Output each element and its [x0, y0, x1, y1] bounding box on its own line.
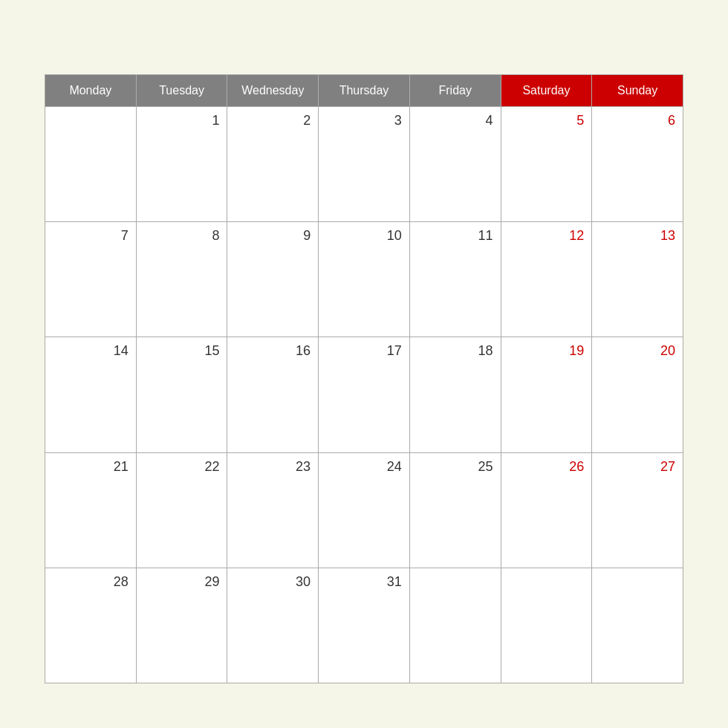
- day-cell: 8: [137, 222, 228, 337]
- day-cell: 23: [227, 453, 319, 568]
- day-number: 25: [478, 459, 493, 475]
- day-cell: 25: [410, 453, 501, 568]
- day-header-saturday: Saturday: [501, 75, 593, 107]
- day-cell: 15: [137, 337, 228, 452]
- day-number: 19: [569, 343, 584, 359]
- day-header-monday: Monday: [45, 75, 137, 107]
- day-number: 24: [387, 459, 402, 475]
- day-cell: 20: [592, 337, 683, 452]
- day-cell: 17: [319, 337, 410, 452]
- week-row-2: 78910111213: [45, 222, 683, 337]
- day-header-thursday: Thursday: [319, 75, 410, 107]
- week-row-4: 21222324252627: [45, 453, 683, 568]
- day-number: 1: [212, 113, 219, 129]
- day-cell: 5: [501, 107, 593, 222]
- day-cell: 1: [137, 107, 228, 222]
- day-number: 21: [114, 459, 129, 475]
- day-number: 29: [204, 574, 219, 590]
- day-number: 5: [576, 113, 584, 129]
- day-cell: 19: [501, 337, 593, 452]
- day-number: 7: [121, 228, 129, 244]
- day-cell: 10: [319, 222, 410, 337]
- day-cell: 30: [227, 568, 319, 683]
- day-cell: 12: [501, 222, 593, 337]
- day-cell: 6: [592, 107, 683, 222]
- day-cell: 16: [227, 337, 319, 452]
- week-row-1: 123456: [45, 107, 683, 222]
- day-cell: 18: [410, 337, 501, 452]
- day-cell: [45, 107, 137, 222]
- day-header-sunday: Sunday: [592, 75, 683, 107]
- day-cell: 27: [592, 453, 683, 568]
- day-number: 4: [486, 113, 493, 129]
- day-cell: 29: [137, 568, 228, 683]
- day-cell: [410, 568, 501, 683]
- day-number: 6: [668, 113, 675, 129]
- day-number: 8: [212, 228, 219, 244]
- day-cell: 22: [137, 453, 228, 568]
- day-number: 13: [660, 228, 675, 244]
- day-cell: 2: [227, 107, 319, 222]
- day-cell: 24: [319, 453, 410, 568]
- day-cell: [501, 568, 593, 683]
- day-number: 31: [387, 574, 402, 590]
- calendar-container: MondayTuesdayWednesdayThursdayFridaySatu…: [22, 22, 706, 706]
- day-number: 2: [303, 113, 311, 129]
- day-number: 26: [569, 459, 584, 475]
- day-cell: 21: [45, 453, 137, 568]
- day-number: 3: [394, 113, 402, 129]
- day-header-tuesday: Tuesday: [137, 75, 228, 107]
- day-cell: 26: [501, 453, 593, 568]
- day-number: 22: [204, 459, 219, 475]
- day-cell: 4: [410, 107, 501, 222]
- day-number: 16: [296, 343, 311, 359]
- day-cell: 9: [227, 222, 319, 337]
- day-number: 17: [387, 343, 402, 359]
- day-number: 11: [478, 228, 493, 244]
- day-cell: 13: [592, 222, 683, 337]
- day-number: 28: [114, 574, 129, 590]
- day-number: 27: [660, 459, 675, 475]
- week-row-5: 28293031: [45, 568, 683, 683]
- day-number: 10: [387, 228, 402, 244]
- calendar-header: [45, 37, 683, 52]
- day-cell: [592, 568, 683, 683]
- day-number: 9: [303, 228, 311, 244]
- day-number: 30: [296, 574, 311, 590]
- day-number: 12: [569, 228, 584, 244]
- day-number: 14: [114, 343, 129, 359]
- day-header-wednesday: Wednesday: [227, 75, 319, 107]
- day-cell: 14: [45, 337, 137, 452]
- day-number: 15: [204, 343, 219, 359]
- weeks-container: 1234567891011121314151617181920212223242…: [45, 107, 683, 683]
- day-number: 18: [478, 343, 493, 359]
- week-row-3: 14151617181920: [45, 337, 683, 452]
- day-cell: 28: [45, 568, 137, 683]
- day-number: 20: [660, 343, 675, 359]
- day-header-friday: Friday: [410, 75, 501, 107]
- day-number: 23: [296, 459, 311, 475]
- day-cell: 11: [410, 222, 501, 337]
- day-cell: 31: [319, 568, 410, 683]
- calendar-grid: MondayTuesdayWednesdayThursdayFridaySatu…: [45, 74, 683, 683]
- day-cell: 7: [45, 222, 137, 337]
- day-headers-row: MondayTuesdayWednesdayThursdayFridaySatu…: [45, 75, 683, 107]
- day-cell: 3: [319, 107, 410, 222]
